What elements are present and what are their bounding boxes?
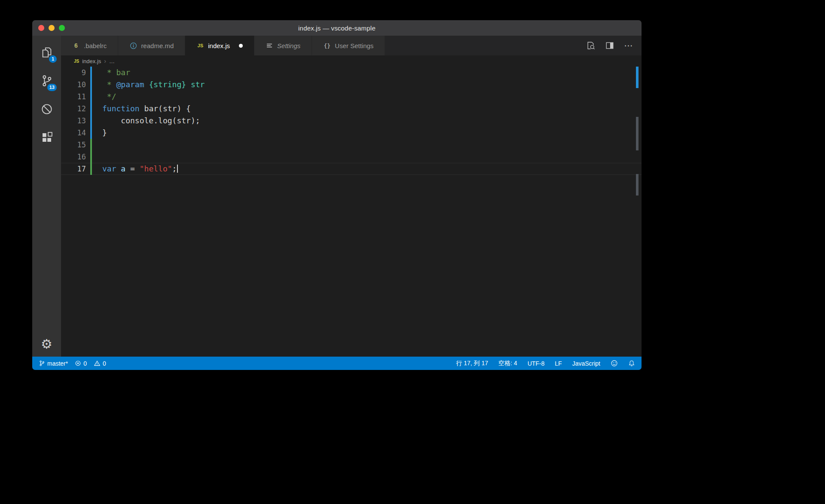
code-line[interactable]: 11 */ bbox=[61, 91, 642, 103]
code-line[interactable]: 16 bbox=[61, 151, 642, 163]
traffic-lights bbox=[38, 20, 65, 36]
tab-settings[interactable]: Settings bbox=[254, 36, 312, 55]
tab-babelrc[interactable]: 6 .babelrc bbox=[61, 36, 118, 55]
braces-icon: {} bbox=[323, 43, 331, 49]
editor[interactable]: 9 * bar10 * @param {string} str11 */12fu… bbox=[61, 67, 642, 357]
status-bar: master* 0 0 bbox=[32, 357, 642, 370]
overview-ruler-scrollbar[interactable] bbox=[636, 67, 642, 357]
breadcrumb-file[interactable]: index.js bbox=[82, 58, 101, 64]
code-text: function bar(str) { bbox=[92, 103, 191, 115]
explorer-button[interactable]: 1 bbox=[32, 39, 61, 67]
tab-indexjs[interactable]: JS index.js bbox=[185, 36, 254, 55]
language-indicator[interactable]: JavaScript bbox=[572, 360, 600, 367]
vscode-window: index.js — vscode-sample 1 bbox=[32, 20, 642, 370]
overview-mark bbox=[636, 117, 639, 150]
editor-actions: ⋯ bbox=[583, 36, 642, 55]
source-control-badge: 13 bbox=[47, 84, 57, 91]
close-window-button[interactable] bbox=[38, 25, 44, 31]
manage-button[interactable]: ⚙ bbox=[32, 331, 61, 357]
code-text: console.log(str); bbox=[92, 115, 200, 127]
split-editor-icon[interactable] bbox=[602, 39, 617, 52]
git-branch-icon bbox=[39, 360, 45, 367]
tab-bar: 6 .babelrc readme.md bbox=[61, 36, 642, 55]
tab-label: .babelrc bbox=[84, 42, 107, 49]
debug-button[interactable] bbox=[32, 96, 61, 124]
indentation-indicator[interactable]: 空格: 4 bbox=[498, 360, 517, 367]
info-icon bbox=[129, 42, 137, 49]
code-text: } bbox=[92, 127, 107, 139]
line-number[interactable]: 15 bbox=[61, 139, 86, 151]
source-control-button[interactable]: 13 bbox=[32, 67, 61, 96]
titlebar[interactable]: index.js — vscode-sample bbox=[32, 20, 642, 36]
cursor-position-indicator[interactable]: 行 17, 列 17 bbox=[456, 360, 488, 367]
line-number[interactable]: 17 bbox=[61, 163, 86, 175]
feedback-smiley-icon[interactable] bbox=[611, 360, 618, 367]
overview-mark bbox=[636, 174, 639, 195]
settings-sliders-icon bbox=[266, 42, 273, 49]
code-text: * @param {string} str bbox=[92, 79, 205, 91]
code-line[interactable]: 10 * @param {string} str bbox=[61, 79, 642, 91]
notifications-bell-icon[interactable] bbox=[628, 360, 635, 367]
window-title: index.js — vscode-sample bbox=[298, 24, 376, 32]
code-text: */ bbox=[92, 91, 116, 103]
more-actions-icon[interactable]: ⋯ bbox=[621, 39, 636, 52]
line-number[interactable]: 9 bbox=[61, 67, 86, 79]
tab-label: readme.md bbox=[141, 42, 174, 49]
code-text: var a = "hello"; bbox=[92, 163, 178, 175]
extensions-icon bbox=[40, 131, 53, 146]
js-icon: JS bbox=[196, 43, 204, 48]
error-icon bbox=[75, 360, 81, 367]
line-number[interactable]: 10 bbox=[61, 79, 86, 91]
line-number[interactable]: 14 bbox=[61, 127, 86, 139]
line-number[interactable]: 16 bbox=[61, 151, 86, 163]
eol-indicator[interactable]: LF bbox=[555, 360, 562, 367]
gear-icon: ⚙ bbox=[41, 336, 52, 351]
line-number[interactable]: 13 bbox=[61, 115, 86, 127]
text-cursor bbox=[177, 165, 178, 173]
chevron-right-icon: › bbox=[104, 58, 106, 64]
warning-count: 0 bbox=[103, 360, 106, 367]
code-line[interactable]: 12function bar(str) { bbox=[61, 103, 642, 115]
overview-modified-mark bbox=[636, 67, 639, 88]
tab-label: Settings bbox=[277, 42, 300, 49]
code-text bbox=[92, 139, 102, 151]
code-line[interactable]: 15 bbox=[61, 139, 642, 151]
code-line[interactable]: 9 * bar bbox=[61, 67, 642, 79]
code-line[interactable]: 17var a = "hello"; bbox=[61, 163, 642, 175]
js-icon: JS bbox=[74, 59, 79, 64]
line-number[interactable]: 11 bbox=[61, 91, 86, 103]
debug-icon bbox=[40, 103, 53, 117]
activity-bar: 1 13 bbox=[32, 36, 61, 357]
git-branch-indicator[interactable]: master* bbox=[39, 360, 68, 367]
error-count: 0 bbox=[83, 360, 87, 367]
code-text: * bar bbox=[92, 67, 130, 79]
extensions-button[interactable] bbox=[32, 124, 61, 153]
branch-name: master* bbox=[47, 360, 68, 367]
babel-icon: 6 bbox=[72, 42, 80, 49]
modified-indicator-dot[interactable] bbox=[239, 44, 243, 48]
error-indicator[interactable]: 0 bbox=[75, 360, 87, 367]
tab-label: User Settings bbox=[335, 42, 373, 49]
tab-readme[interactable]: readme.md bbox=[118, 36, 185, 55]
minimize-window-button[interactable] bbox=[49, 25, 55, 31]
code-lines: 9 * bar10 * @param {string} str11 */12fu… bbox=[61, 67, 642, 175]
code-line[interactable]: 13 console.log(str); bbox=[61, 115, 642, 127]
open-changes-icon[interactable] bbox=[583, 39, 599, 52]
breadcrumb: JS index.js › … bbox=[61, 55, 642, 67]
encoding-indicator[interactable]: UTF-8 bbox=[528, 360, 545, 367]
warning-icon bbox=[94, 360, 101, 367]
explorer-badge: 1 bbox=[49, 55, 57, 63]
tab-label: index.js bbox=[208, 42, 230, 49]
zoom-window-button[interactable] bbox=[59, 25, 65, 31]
breadcrumb-symbol[interactable]: … bbox=[109, 58, 115, 64]
line-number[interactable]: 12 bbox=[61, 103, 86, 115]
code-text bbox=[92, 151, 102, 163]
tab-user-settings[interactable]: {} User Settings bbox=[312, 36, 385, 55]
warning-indicator[interactable]: 0 bbox=[94, 360, 106, 367]
code-line[interactable]: 14} bbox=[61, 127, 642, 139]
